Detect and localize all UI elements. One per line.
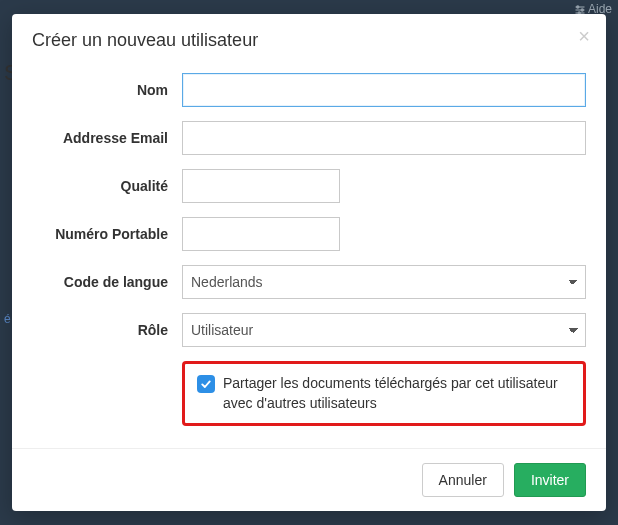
share-label: Partager les documents téléchargés par c… [223, 374, 571, 413]
label-name: Nom [32, 82, 182, 98]
label-mobile: Numéro Portable [32, 226, 182, 242]
close-button[interactable]: × [578, 26, 590, 46]
label-role: Rôle [32, 322, 182, 338]
row-mobile: Numéro Portable [32, 217, 586, 251]
share-checkbox[interactable] [197, 375, 215, 393]
cancel-button[interactable]: Annuler [422, 463, 504, 497]
label-email: Addresse Email [32, 130, 182, 146]
invite-button[interactable]: Inviter [514, 463, 586, 497]
row-role: Rôle Utilisateur [32, 313, 586, 347]
role-select[interactable]: Utilisateur [182, 313, 586, 347]
modal-header: Créer un nouveau utilisateur × [12, 14, 606, 63]
label-quality: Qualité [32, 178, 182, 194]
label-language: Code de langue [32, 274, 182, 290]
row-name: Nom [32, 73, 586, 107]
row-language: Code de langue Nederlands [32, 265, 586, 299]
svg-point-4 [581, 9, 583, 11]
modal-footer: Annuler Inviter [12, 448, 606, 511]
modal-body: Nom Addresse Email Qualité Numéro Portab… [12, 63, 606, 448]
share-highlight: Partager les documents téléchargés par c… [182, 361, 586, 426]
check-icon [200, 378, 212, 390]
row-quality: Qualité [32, 169, 586, 203]
row-email: Addresse Email [32, 121, 586, 155]
mobile-input[interactable] [182, 217, 340, 251]
email-input[interactable] [182, 121, 586, 155]
quality-input[interactable] [182, 169, 340, 203]
svg-point-3 [577, 6, 579, 8]
share-checkbox-row: Partager les documents téléchargés par c… [197, 374, 571, 413]
bg-e: é [4, 312, 11, 326]
name-input[interactable] [182, 73, 586, 107]
language-select[interactable]: Nederlands [182, 265, 586, 299]
create-user-modal: Créer un nouveau utilisateur × Nom Addre… [12, 14, 606, 511]
modal-title: Créer un nouveau utilisateur [32, 30, 586, 51]
